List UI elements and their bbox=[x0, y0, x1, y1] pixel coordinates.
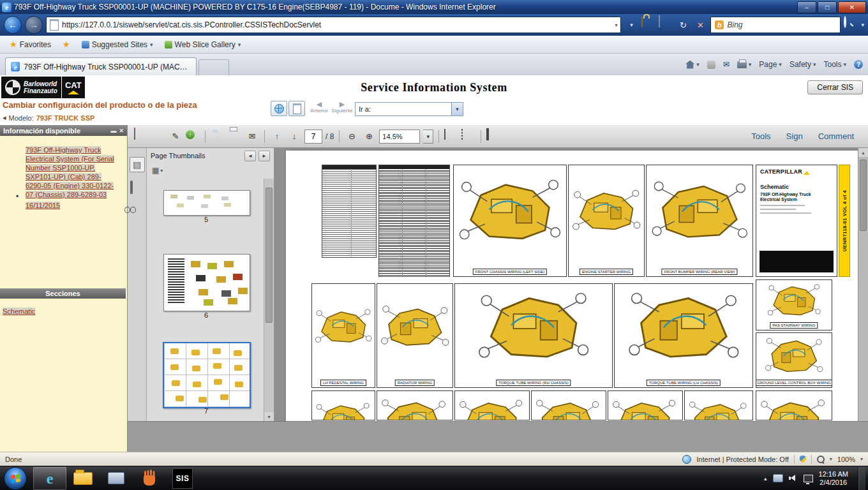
taskbar-ie-button[interactable] bbox=[33, 467, 66, 490]
tools-panel-button[interactable]: Tools bbox=[751, 131, 770, 141]
zone-text: Internet | Protected Mode: Off bbox=[696, 456, 789, 463]
zoom-level-select[interactable]: 14.5% bbox=[379, 130, 420, 144]
page-number-input[interactable] bbox=[304, 130, 322, 144]
zoom-out-button[interactable] bbox=[345, 130, 359, 144]
maximize-button[interactable] bbox=[818, 1, 837, 13]
fullscreen-button[interactable] bbox=[486, 130, 500, 144]
taskbar-app-button[interactable] bbox=[100, 467, 133, 490]
zoom-caret-icon[interactable] bbox=[423, 130, 433, 144]
taskbar-explorer-button[interactable] bbox=[66, 467, 100, 490]
pdf-scrollbar[interactable] bbox=[858, 148, 868, 421]
save-button[interactable] bbox=[211, 130, 225, 144]
network-icon[interactable] bbox=[804, 475, 813, 482]
fit-page-button[interactable] bbox=[444, 130, 458, 144]
web-slice-icon bbox=[165, 41, 172, 48]
thumbnail-page-7[interactable] bbox=[163, 342, 251, 408]
new-tab-button[interactable] bbox=[198, 59, 229, 75]
favorites-button[interactable]: Favorites bbox=[6, 38, 54, 50]
scroll-down-icon[interactable] bbox=[264, 412, 274, 421]
next-page-button[interactable] bbox=[287, 130, 301, 144]
close-panel-icon[interactable] bbox=[119, 128, 124, 134]
document-link[interactable]: 793F Off-Highway Truck Electrical System… bbox=[26, 146, 114, 198]
pdf-print-button[interactable] bbox=[228, 130, 242, 144]
url-dropdown-icon[interactable] bbox=[615, 22, 617, 28]
stop-button[interactable] bbox=[693, 17, 707, 33]
pdf-create-button[interactable] bbox=[134, 130, 148, 144]
page-menu[interactable]: Page bbox=[759, 60, 782, 69]
zoom-icon[interactable] bbox=[817, 456, 825, 463]
search-tab[interactable] bbox=[130, 207, 144, 221]
scroll-up-icon[interactable] bbox=[858, 148, 868, 157]
show-desktop-button[interactable] bbox=[858, 466, 865, 490]
taskbar-hand-app-button[interactable] bbox=[133, 467, 166, 490]
zoom-caret-icon[interactable] bbox=[860, 456, 863, 462]
taskbar-clock[interactable]: 12:16 AM 2/4/2016 bbox=[819, 470, 848, 487]
cerrar-sis-button[interactable]: Cerrar SIS bbox=[807, 80, 863, 94]
attachments-tab[interactable] bbox=[130, 182, 144, 197]
home-button[interactable] bbox=[685, 61, 700, 69]
thumbnails-scroll-thumb[interactable] bbox=[266, 188, 273, 323]
minimize-button[interactable] bbox=[797, 1, 816, 13]
read-mail-button[interactable] bbox=[723, 60, 730, 69]
document-date-link[interactable]: 16/11/2015 bbox=[26, 202, 60, 209]
security-lock-button[interactable] bbox=[641, 17, 655, 33]
goto-select[interactable]: Ir a: bbox=[355, 102, 463, 116]
tray-app-icon[interactable] bbox=[773, 474, 783, 482]
previous-button[interactable]: Anterior bbox=[308, 100, 331, 114]
options-grid-icon[interactable] bbox=[152, 166, 159, 175]
comment-panel-button[interactable]: Comment bbox=[818, 131, 854, 141]
close-button[interactable] bbox=[838, 1, 866, 13]
document-view-button[interactable] bbox=[288, 101, 305, 116]
send-file-button[interactable] bbox=[186, 130, 200, 144]
sign-pen-button[interactable] bbox=[168, 130, 183, 144]
start-button[interactable] bbox=[4, 467, 27, 490]
next-button[interactable]: Siguiente bbox=[331, 100, 354, 114]
graphic-view-button[interactable] bbox=[271, 101, 287, 116]
compatibility-view-button[interactable] bbox=[659, 17, 673, 33]
help-button[interactable] bbox=[854, 60, 863, 69]
search-options-icon[interactable] bbox=[861, 22, 864, 28]
schematic-cell-cut bbox=[684, 390, 753, 420]
url-history-dropdown[interactable] bbox=[624, 17, 638, 33]
document-icon bbox=[293, 103, 301, 114]
show-hidden-icons[interactable] bbox=[764, 475, 767, 482]
panel-expand-icon[interactable] bbox=[258, 151, 270, 161]
add-favorite-button[interactable] bbox=[59, 38, 73, 50]
change-config-link[interactable]: Cambiar configuración del producto o de … bbox=[3, 100, 197, 110]
zoom-caret-icon[interactable] bbox=[830, 456, 832, 462]
thumbnail-page-6[interactable] bbox=[163, 254, 250, 311]
web-slice-gallery-button[interactable]: Web Slice Gallery bbox=[161, 39, 244, 50]
page-thumbnails-tab[interactable] bbox=[130, 157, 145, 172]
browser-zoom-level[interactable]: 100% bbox=[837, 456, 855, 463]
model-value-link[interactable]: 793F TRUCK SSP bbox=[36, 114, 95, 122]
taskbar-sis-button[interactable]: SIS bbox=[166, 467, 199, 490]
search-box[interactable]: Bing bbox=[710, 17, 841, 33]
thumbnail-page-5[interactable] bbox=[163, 190, 250, 216]
url-field[interactable]: https://127.0.0.1/sisweb/servlet/cat.cis… bbox=[46, 17, 621, 33]
volume-icon[interactable] bbox=[789, 475, 798, 482]
pin-icon[interactable] bbox=[110, 128, 116, 134]
zoom-in-button[interactable] bbox=[362, 130, 376, 144]
print-button[interactable] bbox=[737, 61, 752, 68]
forward-button[interactable] bbox=[25, 16, 43, 34]
back-button[interactable] bbox=[4, 16, 22, 34]
feeds-button[interactable] bbox=[707, 61, 715, 69]
schematic-cell: RADIATOR WIRING bbox=[377, 283, 453, 388]
tools-menu[interactable]: Tools bbox=[823, 60, 846, 69]
schematic-link[interactable]: Schematic bbox=[3, 308, 35, 315]
search-button[interactable] bbox=[844, 17, 858, 33]
browser-tab[interactable]: 793F Off-Highway Truck SSP00001-UP (MACH… bbox=[5, 57, 197, 75]
email-button[interactable] bbox=[245, 130, 259, 144]
pdf-scroll-thumb[interactable] bbox=[860, 160, 867, 231]
favorites-star-icon bbox=[10, 40, 17, 49]
sign-panel-button[interactable]: Sign bbox=[786, 131, 803, 141]
fit-width-button[interactable] bbox=[461, 130, 475, 144]
safety-menu[interactable]: Safety bbox=[789, 60, 816, 69]
options-caret-icon[interactable] bbox=[160, 168, 163, 174]
pdf-export-button[interactable] bbox=[151, 130, 165, 144]
refresh-button[interactable] bbox=[676, 17, 690, 33]
previous-page-button[interactable] bbox=[270, 130, 284, 144]
suggested-sites-button[interactable]: Suggested Sites bbox=[79, 39, 156, 50]
thumbnails-scrollbar[interactable] bbox=[264, 179, 274, 421]
panel-collapse-icon[interactable] bbox=[244, 151, 256, 161]
